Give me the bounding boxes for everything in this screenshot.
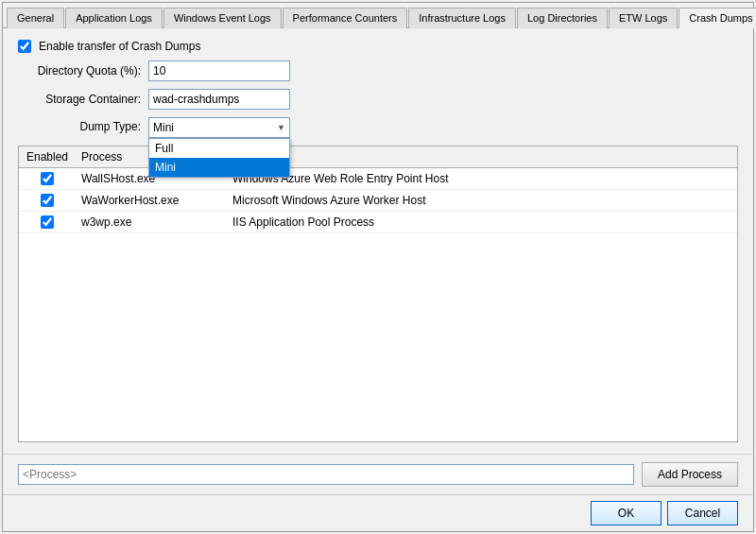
- chevron-down-icon: ▼: [277, 123, 285, 132]
- tab-bar: General Application Logs Windows Event L…: [3, 3, 753, 28]
- tab-log-directories[interactable]: Log Directories: [517, 8, 608, 28]
- dump-type-select[interactable]: Mini ▼: [148, 117, 290, 138]
- process-input[interactable]: [18, 464, 634, 485]
- tab-general[interactable]: General: [7, 8, 64, 28]
- tab-infrastructure-logs[interactable]: Infrastructure Logs: [408, 8, 516, 28]
- row2-name-cell: Microsoft Windows Azure Worker Host: [227, 192, 737, 209]
- dialog: General Application Logs Windows Event L…: [2, 2, 754, 532]
- tab-crash-dumps[interactable]: Crash Dumps: [679, 8, 756, 28]
- row3-enabled-checkbox[interactable]: [41, 215, 54, 229]
- dropdown-item-mini[interactable]: Mini: [149, 158, 289, 177]
- ok-button[interactable]: OK: [591, 501, 662, 525]
- process-table: Enabled Process Name WallSHost.exe Windo…: [18, 146, 738, 442]
- dump-type-select-wrapper: Mini ▼ Full Mini: [148, 117, 290, 138]
- row3-enabled-cell: [19, 214, 76, 231]
- tab-performance-counters[interactable]: Performance Counters: [283, 8, 408, 28]
- storage-container-label: Storage Container:: [18, 93, 141, 106]
- tab-etw-logs[interactable]: ETW Logs: [609, 8, 678, 28]
- row1-enabled-checkbox[interactable]: [41, 172, 54, 185]
- table-row: WaWorkerHost.exe Microsoft Windows Azure…: [19, 190, 737, 212]
- row2-enabled-cell: [19, 192, 76, 209]
- directory-quota-input[interactable]: [148, 60, 290, 81]
- storage-container-input[interactable]: [148, 89, 290, 110]
- directory-quota-label: Directory Quota (%):: [18, 64, 141, 78]
- row2-process-cell: WaWorkerHost.exe: [76, 192, 227, 209]
- add-process-button[interactable]: Add Process: [642, 462, 738, 487]
- footer: OK Cancel: [3, 494, 753, 531]
- directory-quota-row: Directory Quota (%):: [18, 60, 738, 81]
- dump-type-selected-value: Mini: [153, 121, 174, 134]
- enable-checkbox[interactable]: [18, 40, 31, 53]
- row1-name-cell: Windows Azure Web Role Entry Point Host: [227, 170, 737, 187]
- row2-enabled-checkbox[interactable]: [41, 194, 54, 207]
- cancel-button[interactable]: Cancel: [667, 501, 738, 525]
- dump-type-dropdown: Full Mini: [148, 138, 290, 178]
- row1-enabled-cell: [19, 170, 76, 187]
- bottom-bar: Add Process: [3, 454, 753, 494]
- table-body: WallSHost.exe Windows Azure Web Role Ent…: [19, 168, 737, 441]
- dropdown-item-full[interactable]: Full: [149, 139, 289, 158]
- row3-name-cell: IIS Application Pool Process: [227, 214, 737, 231]
- enable-label: Enable transfer of Crash Dumps: [39, 40, 200, 53]
- enable-row: Enable transfer of Crash Dumps: [18, 40, 738, 53]
- tab-application-logs[interactable]: Application Logs: [65, 8, 163, 28]
- storage-container-row: Storage Container:: [18, 89, 738, 110]
- tab-windows-event-logs[interactable]: Windows Event Logs: [163, 8, 282, 28]
- col-header-enabled: Enabled: [19, 148, 76, 165]
- col-header-name: Name: [227, 148, 737, 165]
- dump-type-row: Dump Type: Mini ▼ Full Mini: [18, 117, 738, 138]
- row3-process-cell: w3wp.exe: [76, 214, 227, 231]
- table-row: WallSHost.exe Windows Azure Web Role Ent…: [19, 168, 737, 190]
- table-header: Enabled Process Name: [19, 146, 737, 168]
- dump-type-label: Dump Type:: [18, 117, 141, 133]
- content-panel: Enable transfer of Crash Dumps Directory…: [3, 28, 753, 454]
- table-row: w3wp.exe IIS Application Pool Process: [19, 212, 737, 233]
